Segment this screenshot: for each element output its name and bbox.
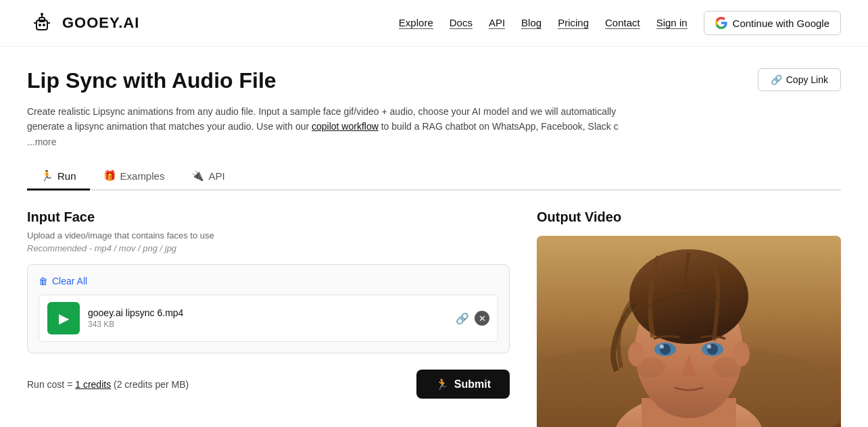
credits-link[interactable]: 1 credits: [75, 379, 111, 390]
google-cta-label: Continue with Google: [733, 18, 829, 29]
file-thumbnail: ▶: [47, 302, 80, 334]
upload-box: 🗑 Clear All ▶ gooey.ai lipsync 6.mp4 343…: [27, 264, 510, 353]
copilot-workflow-link[interactable]: copilot workflow: [312, 121, 379, 132]
submit-icon: 🏃: [435, 378, 449, 391]
svg-point-3: [43, 24, 45, 26]
run-icon: 🏃: [41, 170, 53, 182]
more-link[interactable]: ...more: [27, 136, 57, 147]
tab-examples[interactable]: 🎁 Examples: [90, 163, 178, 191]
nav-pricing[interactable]: Pricing: [558, 17, 589, 29]
clear-icon: 🗑: [39, 276, 48, 286]
google-logo-icon: [715, 17, 727, 29]
upload-hint: Upload a video/image that contains faces…: [27, 230, 510, 241]
svg-point-23: [733, 342, 750, 366]
gift-icon: 🎁: [103, 170, 116, 182]
file-actions: 🔗 ✕: [456, 311, 489, 326]
link-icon: 🔗: [771, 74, 782, 85]
tab-api[interactable]: 🔌 API: [178, 163, 238, 191]
file-info: gooey.ai lipsync 6.mp4 343 KB: [88, 307, 448, 329]
svg-point-5: [41, 13, 43, 16]
right-column: Output Video: [537, 209, 841, 427]
nav-signin[interactable]: Sign in: [656, 17, 688, 29]
file-size: 343 KB: [88, 320, 448, 329]
api-icon: 🔌: [191, 170, 204, 182]
page-description: Create realistic Lipsync animations from…: [27, 104, 635, 149]
page-title: Lip Sync with Audio File: [27, 68, 276, 93]
file-item: ▶ gooey.ai lipsync 6.mp4 343 KB 🔗 ✕: [39, 295, 498, 342]
nav-explore[interactable]: Explore: [399, 17, 433, 29]
nav-blog[interactable]: Blog: [521, 17, 541, 29]
file-remove-button[interactable]: ✕: [475, 311, 489, 326]
run-cost-row: Run cost = 1 credits (2 credits per MB) …: [27, 370, 510, 399]
file-name: gooey.ai lipsync 6.mp4: [88, 307, 448, 318]
logo-text: GOOEY.AI: [62, 14, 139, 32]
video-icon: ▶: [59, 310, 69, 326]
output-video: [537, 236, 841, 427]
tab-run[interactable]: 🏃 Run: [27, 163, 90, 191]
svg-point-18: [660, 345, 664, 349]
logo-icon: [27, 8, 57, 38]
logo-area: GOOEY.AI: [27, 8, 139, 38]
clear-all-button[interactable]: 🗑 Clear All: [39, 276, 87, 286]
svg-point-19: [707, 345, 711, 349]
title-row: Lip Sync with Audio File 🔗 Copy Link: [27, 68, 841, 93]
copy-link-button[interactable]: 🔗 Copy Link: [758, 68, 841, 91]
upload-recommended: Recommended - mp4 / mov / png / jpg: [27, 243, 510, 253]
svg-point-22: [628, 342, 644, 366]
submit-button[interactable]: 🏃 Submit: [416, 370, 510, 399]
main-nav: Explore Docs API Blog Pricing Contact Si…: [399, 11, 841, 35]
nav-api[interactable]: API: [489, 17, 505, 29]
nav-contact[interactable]: Contact: [605, 17, 640, 29]
input-face-title: Input Face: [27, 209, 510, 225]
left-column: Input Face Upload a video/image that con…: [27, 209, 510, 427]
run-cost-text: Run cost = 1 credits (2 credits per MB): [27, 379, 189, 390]
two-column-layout: Input Face Upload a video/image that con…: [27, 209, 841, 427]
submit-label: Submit: [454, 378, 491, 391]
file-link-icon[interactable]: 🔗: [456, 312, 469, 325]
header: GOOEY.AI Explore Docs API Blog Pricing C…: [0, 0, 868, 47]
main-content: Lip Sync with Audio File 🔗 Copy Link Cre…: [0, 47, 868, 427]
svg-point-2: [39, 24, 41, 26]
tabs: 🏃 Run 🎁 Examples 🔌 API: [27, 163, 841, 191]
output-video-title: Output Video: [537, 209, 841, 225]
continue-with-google-button[interactable]: Continue with Google: [704, 11, 841, 35]
nav-docs[interactable]: Docs: [450, 17, 473, 29]
copy-link-label: Copy Link: [786, 74, 828, 85]
